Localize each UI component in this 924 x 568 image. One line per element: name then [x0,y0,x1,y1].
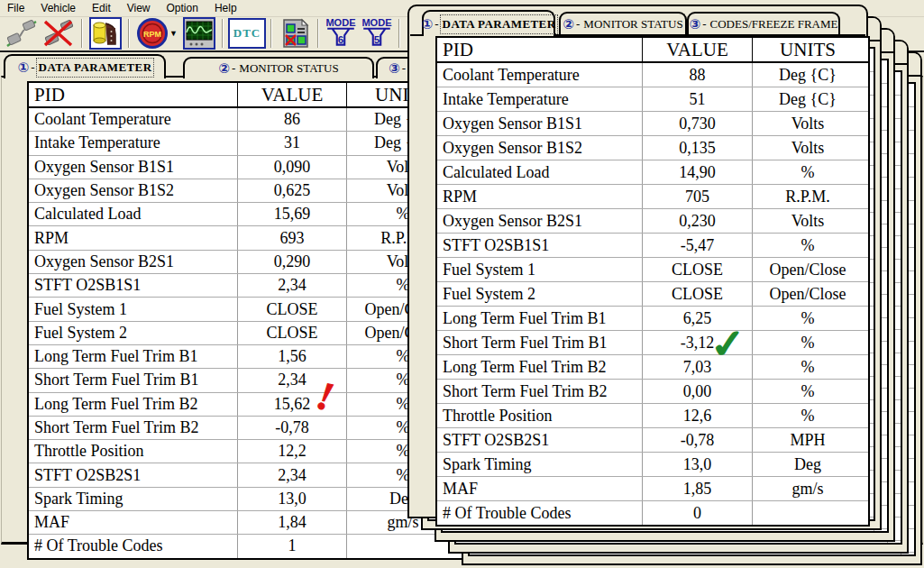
pid-cell: Short Term Fuel Trim B2 [29,417,238,439]
value-cell: 705 [643,185,753,208]
dtc-icon: DTC [228,18,266,49]
tab-number: ② [563,16,574,32]
pid-cell: Short Term Fuel Trim B1 [29,369,238,391]
table-row: # Of Trouble Codes1 [29,535,464,557]
table-row: Spark Timing13,0Deg [29,488,464,511]
units-cell: % [753,331,863,354]
value-cell: 2,34 [238,463,347,486]
tab-number: ③ [389,60,400,77]
pid-cell: Spark Timing [29,488,238,510]
units-cell: % [753,234,863,257]
menu-vehicle[interactable]: Vehicle [33,1,85,15]
value-cell: -0,78 [643,428,753,452]
value-cell: 0,135 [643,136,753,160]
front-data-table: PID VALUE UNITS Coolant Temperature88Deg… [435,36,870,527]
pid-cell: Oxygen Sensor B1S2 [29,179,238,202]
system-tests-button[interactable] [276,16,314,50]
table-row: Oxygen Sensor B1S20,135Volts [437,136,868,160]
record-button[interactable] [87,16,124,50]
pid-cell: STFT O2SB2S1 [29,463,238,486]
pid-cell: Intake Temperature [29,132,238,154]
pid-cell: Short Term Fuel Trim B2 [437,380,643,403]
tab-label: DATA PARAMETER [443,17,556,32]
table-row: RPM705R.P.M. [437,185,868,209]
units-cell [753,501,863,525]
table-row: Long Term Fuel Trim B16,25% [437,307,868,331]
menu-help[interactable]: Help [207,1,246,15]
value-cell: 0,290 [238,251,347,273]
tab-monitor-status[interactable]: ② - MONITOR STATUS [183,57,374,78]
pid-cell: STFT O2SB1S1 [29,274,238,297]
table-row: Oxygen Sensor B1S10,090Volts [29,156,464,179]
value-cell: 12,6 [643,404,753,427]
pid-cell: RPM [437,185,643,208]
tab-codes-freeze-frame[interactable]: ③ - CODES/FREEZE FRAME [687,12,840,34]
mode5-button[interactable]: MODE 5 [359,16,395,50]
units-cell: Open/Close [753,282,863,306]
scope-graph-icon [182,17,216,50]
menu-edit[interactable]: Edit [85,1,120,15]
toolbar-separator [270,19,272,48]
mode6-button[interactable]: MODE 6 [323,16,359,50]
header-value: VALUE [238,83,347,106]
tab-separator: - [402,61,406,76]
graph-button[interactable] [180,16,218,50]
pid-cell: Oxygen Sensor B1S2 [437,136,643,160]
table-row: Fuel System 1CLOSEOpen/Close [29,298,464,321]
tab-monitor-status[interactable]: ② - MONITOR STATUS [559,12,687,34]
units-cell: gm/s [753,477,863,500]
units-cell: Volts [753,136,863,160]
tab-label: DATA PARAMETER [39,60,152,75]
value-cell: 31 [238,132,347,154]
table-row: Long Term Fuel Trim B215,62% [29,393,464,417]
menu-view[interactable]: View [120,1,160,15]
tab-data-parameter[interactable]: ① - DATA PARAMETER [4,54,166,78]
connect-button[interactable] [4,16,40,50]
pid-cell: Fuel System 1 [29,298,238,320]
connect-plug-icon [5,18,38,49]
table-row: MAF1,85gm/s [437,477,868,501]
table-row: Oxygen Sensor B2S10,230Volts [437,209,868,234]
table-row: Short Term Fuel Trim B2-0,78% [29,417,464,440]
tab-separator: - [576,17,580,32]
disconnect-button[interactable] [40,16,78,50]
table-row: Throttle Position12,6% [437,404,868,428]
table-row: Calculated Load15,69% [29,203,464,226]
units-cell: % [753,160,863,184]
pid-cell: Calculated Load [437,160,643,184]
tab-data-parameter[interactable]: ① - DATA PARAMETER [422,10,555,36]
pid-cell: Long Term Fuel Trim B1 [437,307,643,330]
tab-number: ③ [690,16,701,32]
menu-option[interactable]: Option [160,1,207,15]
units-cell: % [753,380,863,403]
toolbar-separator [317,19,319,48]
value-cell: 14,90 [643,160,753,184]
units-cell: Open/Close [753,258,863,281]
table-row: Oxygen Sensor B2S10,290Volts [29,251,464,274]
tab-number: ① [18,60,30,76]
table-row: STFT O2SB2S1-0,78MPH [437,428,868,453]
tab-label: MONITOR STATUS [583,17,682,32]
toolbar-separator [398,19,400,48]
units-cell: Deg [753,453,863,476]
value-cell: 0,230 [643,209,753,233]
table-row: STFT O2SB1S1-5,47% [437,234,868,258]
value-cell: CLOSE [238,298,347,320]
table-body: Coolant Temperature86Deg {C}Intake Tempe… [29,108,464,558]
value-cell: 86 [238,108,347,131]
table-row: RPM693R.P.M. [29,226,464,250]
value-cell: CLOSE [643,258,753,281]
rpm-dropdown-button[interactable]: RPM ▼ [133,16,180,50]
table-row: Short Term Fuel Trim B12,34% [29,369,464,392]
dtc-button[interactable]: DTC [227,16,267,50]
pid-cell: Oxygen Sensor B1S1 [29,156,238,179]
pid-cell: Oxygen Sensor B1S1 [437,112,643,135]
menu-file[interactable]: File [0,1,33,15]
pid-cell: Calculated Load [29,203,238,225]
table-row: Short Term Fuel Trim B20,00% [437,380,868,404]
value-cell: 51 [643,87,753,111]
chevron-down-icon: ▼ [169,29,178,38]
value-cell: 0 [643,501,753,525]
pid-cell: Coolant Temperature [437,63,643,87]
units-cell: Volts [753,112,863,135]
